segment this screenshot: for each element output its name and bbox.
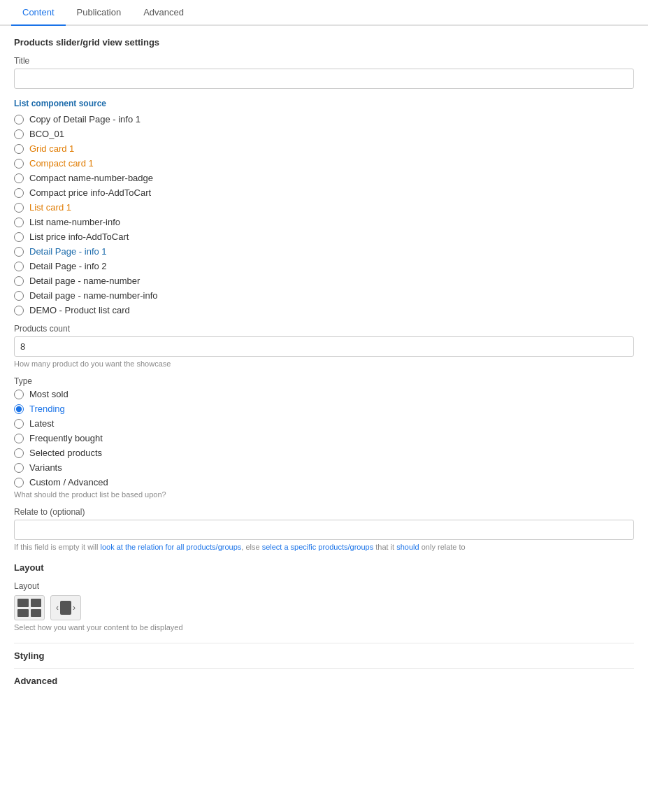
type-trending-label: Trending [29,404,65,414]
layout-helper: Select how you want your content to be d… [14,623,634,632]
title-field-group: Title [14,56,634,89]
grid-cell-2 [31,599,42,607]
option-detail-page-name-number-label: Detail page - name-number [29,276,140,286]
section-title: Products slider/grid view settings [14,37,634,48]
type-frequently-bought-label: Frequently bought [29,433,103,443]
option-detail-page-name-number-info-label: Detail page - name-number-info [29,290,158,301]
radio-frequently-bought[interactable] [14,434,24,443]
radio-selected-products[interactable] [14,448,24,458]
grid-cell-4 [31,609,42,618]
option-list-card-1[interactable]: List card 1 [14,202,634,213]
type-variants[interactable]: Variants [14,462,634,473]
radio-compact-name-number-badge[interactable] [14,173,24,183]
option-compact-price-info-atc[interactable]: Compact price info-AddToCart [14,187,634,198]
type-selected-products[interactable]: Selected products [14,448,634,458]
left-arrow-icon: ‹ [56,603,59,613]
radio-detail-page-info-2[interactable] [14,262,24,271]
radio-detail-page-info-1[interactable] [14,247,24,257]
option-grid-card-1[interactable]: Grid card 1 [14,143,634,154]
type-frequently-bought[interactable]: Frequently bought [14,433,634,443]
option-bco01-label: BCO_01 [29,129,64,139]
styling-section[interactable]: Styling [14,643,634,668]
grid-layout-icon[interactable] [14,595,45,620]
tab-publication[interactable]: Publication [66,0,133,26]
radio-list-card-1[interactable] [14,203,24,213]
title-label: Title [14,56,634,66]
option-demo-product-list-card-label: DEMO - Product list card [29,305,130,315]
option-list-card-1-label: List card 1 [29,202,71,213]
option-compact-card-1-label: Compact card 1 [29,158,94,169]
option-demo-product-list-card[interactable]: DEMO - Product list card [14,305,634,315]
option-compact-name-number-badge[interactable]: Compact name-number-badge [14,173,634,183]
option-detail-page-name-number-info[interactable]: Detail page - name-number-info [14,290,634,301]
tab-content[interactable]: Content [11,0,66,26]
radio-copy-detail[interactable] [14,115,24,124]
radio-demo-product-list-card[interactable] [14,306,24,315]
list-component-group: List component source Copy of Detail Pag… [14,99,634,315]
slider-rect [60,601,71,615]
list-component-label: List component source [14,99,634,108]
option-list-price-info-atc-label: List price info-AddToCart [29,232,129,242]
option-detail-page-name-number[interactable]: Detail page - name-number [14,276,634,286]
option-copy-detail[interactable]: Copy of Detail Page - info 1 [14,114,634,124]
type-selected-products-label: Selected products [29,448,102,458]
grid-cell-1 [17,599,29,607]
radio-list-name-number-info[interactable] [14,218,24,227]
radio-trending[interactable] [14,404,24,414]
radio-list-price-info-atc[interactable] [14,232,24,242]
type-field-group: Type Most sold Trending Latest Frequentl… [14,376,634,499]
type-latest[interactable]: Latest [14,418,634,429]
type-most-sold[interactable]: Most sold [14,389,634,399]
type-custom-advanced-label: Custom / Advanced [29,477,108,487]
relate-to-group: Relate to (optional) If this field is em… [14,507,634,551]
type-helper: What should the product list be based up… [14,490,634,499]
type-label: Type [14,376,634,386]
option-bco01[interactable]: BCO_01 [14,129,634,139]
tab-bar: Content Publication Advanced [0,0,648,26]
option-compact-card-1[interactable]: Compact card 1 [14,158,634,169]
products-count-group: Products count How many product do you w… [14,324,634,368]
layout-group: Layout Layout ‹ › Select how you want yo… [14,562,634,632]
products-count-input[interactable] [14,336,634,357]
radio-compact-card-1[interactable] [14,159,24,169]
option-compact-price-info-atc-label: Compact price info-AddToCart [29,187,151,198]
slider-layout-icon[interactable]: ‹ › [50,595,81,620]
option-detail-page-info-1[interactable]: Detail Page - info 1 [14,246,634,257]
right-arrow-icon: › [73,603,75,613]
option-detail-page-info-2-label: Detail Page - info 2 [29,261,107,271]
layout-icons: ‹ › [14,595,634,620]
option-detail-page-info-1-label: Detail Page - info 1 [29,246,107,257]
option-list-name-number-info-label: List name-number-info [29,217,120,227]
relate-to-input[interactable] [14,520,634,540]
radio-grid-card-1[interactable] [14,144,24,154]
list-component-options: Copy of Detail Page - info 1 BCO_01 Grid… [14,114,634,315]
products-count-helper: How many product do you want the showcas… [14,359,634,368]
option-compact-name-number-badge-label: Compact name-number-badge [29,173,153,183]
type-latest-label: Latest [29,418,54,429]
advanced-section[interactable]: Advanced [14,668,634,693]
grid-cell-3 [17,609,29,618]
products-count-label: Products count [14,324,634,334]
title-input[interactable] [14,69,634,89]
radio-detail-page-name-number[interactable] [14,276,24,286]
option-detail-page-info-2[interactable]: Detail Page - info 2 [14,261,634,271]
radio-most-sold[interactable] [14,390,24,399]
option-copy-detail-label: Copy of Detail Page - info 1 [29,114,141,124]
radio-custom-advanced[interactable] [14,478,24,487]
layout-section-label: Layout [14,562,634,573]
radio-detail-page-name-number-info[interactable] [14,291,24,301]
relate-to-helper: If this field is empty it will look at t… [14,543,634,551]
radio-variants[interactable] [14,463,24,473]
type-custom-advanced[interactable]: Custom / Advanced [14,477,634,487]
type-most-sold-label: Most sold [29,389,69,399]
radio-bco01[interactable] [14,129,24,139]
layout-sublabel: Layout [14,581,634,591]
option-list-name-number-info[interactable]: List name-number-info [14,217,634,227]
relate-to-label: Relate to (optional) [14,507,634,517]
type-trending[interactable]: Trending [14,404,634,414]
type-options: Most sold Trending Latest Frequently bou… [14,389,634,487]
radio-latest[interactable] [14,419,24,429]
tab-advanced[interactable]: Advanced [132,0,195,26]
radio-compact-price-info-atc[interactable] [14,188,24,198]
option-list-price-info-atc[interactable]: List price info-AddToCart [14,232,634,242]
